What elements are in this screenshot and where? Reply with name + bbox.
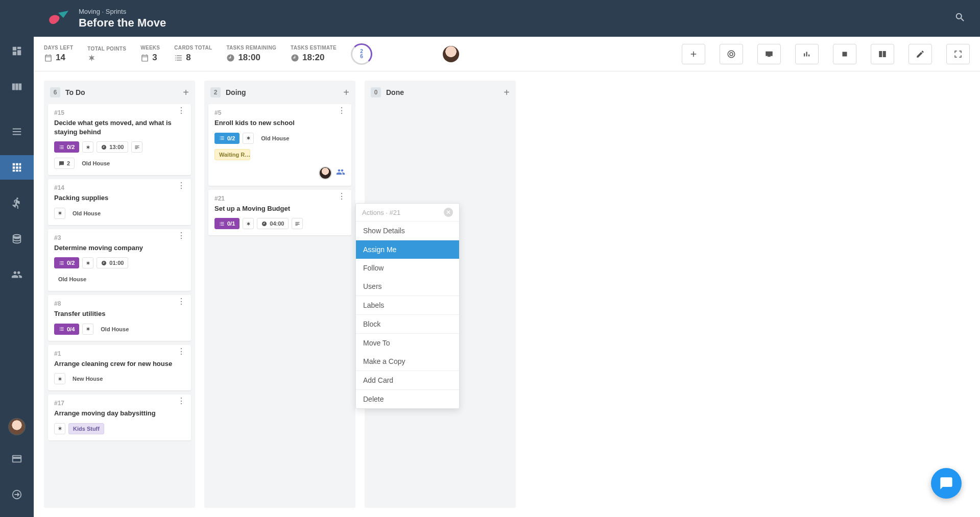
card[interactable]: #3 Determine moving company 0/2 01:00 Ol…: [48, 229, 191, 291]
clock-icon: [101, 144, 107, 150]
page-title: Before the Move: [79, 16, 954, 30]
card-id: #15: [54, 109, 64, 116]
edit-icon: [916, 50, 925, 59]
fullscreen-button[interactable]: [946, 44, 970, 64]
sidebar-grid[interactable]: [0, 155, 34, 180]
card-title: Set up a Moving Budget: [214, 204, 345, 213]
card[interactable]: #21 Set up a Moving Budget 0/1 04:00: [208, 190, 351, 236]
present-button[interactable]: [757, 44, 781, 64]
assignee-avatar[interactable]: [443, 46, 459, 62]
sidebar-logout[interactable]: [0, 482, 34, 507]
sidebar-dashboard[interactable]: [0, 39, 34, 63]
card-menu-button[interactable]: [338, 109, 345, 112]
card[interactable]: #1 Arrange cleaning crew for new house N…: [48, 345, 191, 391]
card-menu-button[interactable]: [177, 400, 185, 403]
card-menu-button[interactable]: [338, 195, 345, 198]
chart-button[interactable]: [795, 44, 819, 64]
chat-icon: [939, 476, 953, 490]
card-id: #17: [54, 400, 64, 407]
list-icon: [11, 126, 22, 137]
column-todo: 6 To Do + #15 Decide what gets moved, an…: [44, 81, 195, 508]
cm-users[interactable]: Users: [356, 277, 459, 296]
stat-total-points: TOTAL POINTS: [87, 46, 126, 62]
search-button[interactable]: [954, 12, 966, 25]
comments-tag: 2: [54, 158, 75, 169]
card-title: Transfer utilities: [54, 309, 185, 318]
label-tag: Old House: [68, 208, 105, 219]
sidebar-running[interactable]: [0, 191, 34, 215]
chat-fab[interactable]: [931, 468, 962, 499]
breadcrumb[interactable]: Moving · Sprints: [79, 8, 954, 15]
card-menu-button[interactable]: [177, 234, 185, 237]
clock-icon: [226, 54, 235, 62]
logout-icon: [11, 489, 22, 500]
cm-delete[interactable]: Delete: [356, 390, 459, 408]
card-title: Packing supplies: [54, 193, 185, 203]
time-tag: 13:00: [97, 141, 128, 153]
close-button[interactable]: ✕: [444, 208, 453, 217]
toolbar: DAYS LEFT 14 TOTAL POINTS WEEKS 3 CARDS …: [34, 37, 980, 71]
card-title: Arrange moving day babysitting: [54, 409, 185, 418]
columns-icon: [878, 50, 887, 59]
edit-button[interactable]: [909, 44, 932, 64]
points-tag: [54, 373, 65, 384]
card[interactable]: #14 Packing supplies Old House: [48, 179, 191, 225]
card[interactable]: #8 Transfer utilities 0/4 Old House: [48, 295, 191, 341]
column-title: To Do: [65, 88, 178, 96]
card-menu-button[interactable]: [177, 350, 185, 353]
add-card-button[interactable]: +: [183, 87, 189, 99]
cm-follow[interactable]: Follow: [356, 259, 459, 277]
columns-button[interactable]: [871, 44, 894, 64]
sidebar-boards[interactable]: [0, 75, 34, 99]
header: Moving · Sprints Before the Move: [34, 0, 980, 37]
card-menu-button[interactable]: [177, 300, 185, 303]
card-title: Arrange cleaning crew for new house: [54, 359, 185, 368]
stat-label: WEEKS: [140, 45, 160, 51]
column-count: 0: [371, 87, 381, 97]
stat-label: TASKS REMAINING: [226, 45, 276, 51]
sidebar-list[interactable]: [0, 119, 34, 144]
card-menu-button[interactable]: [177, 109, 185, 112]
label-tag: New House: [68, 373, 107, 384]
cm-block[interactable]: Block: [356, 315, 459, 333]
label-tag: Old House: [54, 274, 90, 285]
stat-tasks-remaining: TASKS REMAINING 18:00: [226, 45, 276, 63]
sidebar-team[interactable]: [0, 262, 34, 287]
cm-show-details[interactable]: Show Details: [356, 221, 459, 240]
card-menu-button[interactable]: [177, 184, 185, 187]
sidebar-storage[interactable]: [0, 227, 34, 251]
target-icon: [727, 50, 736, 59]
label-tag: Old House: [78, 158, 114, 169]
card[interactable]: #17 Arrange moving day babysitting Kids …: [48, 395, 191, 440]
cm-move-to[interactable]: Move To: [356, 334, 459, 352]
checklist-tag: 0/2: [214, 133, 240, 144]
add-card-button[interactable]: +: [504, 87, 510, 99]
card[interactable]: #5 Enroll kids to new school 0/2 Old Hou…: [208, 104, 351, 186]
add-button[interactable]: [682, 44, 705, 64]
present-icon: [764, 50, 774, 59]
points-tag: [82, 257, 93, 268]
desc-tag: [131, 141, 142, 153]
cm-make-copy[interactable]: Make a Copy: [356, 352, 459, 371]
group-icon[interactable]: [336, 167, 345, 179]
progress-ring[interactable]: 2 6: [351, 43, 372, 65]
stop-button[interactable]: [833, 44, 856, 64]
chart-icon: [802, 50, 811, 59]
user-avatar[interactable]: [8, 418, 26, 435]
card[interactable]: #15 Decide what gets moved, and what is …: [48, 104, 191, 175]
column-title: Done: [386, 88, 498, 96]
sidebar-billing[interactable]: [0, 447, 34, 471]
calendar-icon: [140, 54, 149, 62]
cm-add-card[interactable]: Add Card: [356, 371, 459, 389]
time-tag: 01:00: [97, 257, 128, 268]
card-context-menu: Actions · #21 ✕ Show Details Assign Me F…: [355, 203, 460, 409]
app-logo[interactable]: [48, 11, 71, 26]
cm-labels[interactable]: Labels: [356, 296, 459, 314]
assignee-avatar[interactable]: [319, 166, 332, 180]
logo-icon: [48, 11, 71, 26]
cm-assign-me[interactable]: Assign Me: [356, 240, 459, 259]
target-button[interactable]: [720, 44, 743, 64]
add-card-button[interactable]: +: [343, 87, 349, 99]
checklist-tag: 0/2: [54, 257, 79, 268]
stat-tasks-estimate: TASKS ESTIMATE 18:20: [291, 45, 337, 63]
